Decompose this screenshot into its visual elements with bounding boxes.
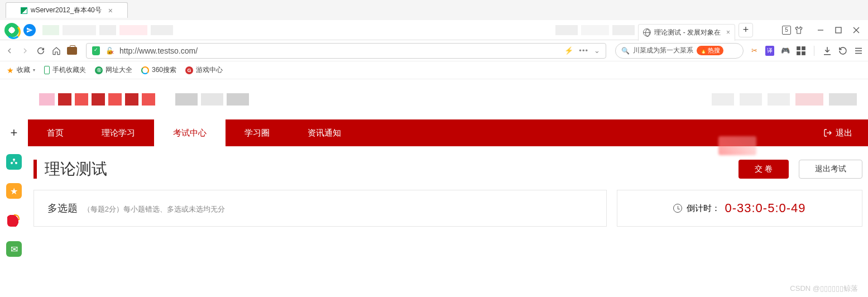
window-icon [21, 7, 27, 14]
censored-username [718, 136, 756, 155]
question-note: （每题2分）每小题错选、多选或未选均无分 [83, 205, 225, 213]
translate-icon[interactable]: 译 [765, 46, 775, 56]
minimize-button[interactable] [817, 26, 824, 34]
site-banner [28, 79, 868, 119]
dock-add-button[interactable]: + [6, 125, 22, 141]
undo-icon[interactable] [838, 46, 848, 56]
browser-top-bar: 理论测试 - 发展对象在 × + 5 [0, 20, 868, 40]
phone-icon [44, 66, 50, 74]
more-icon[interactable]: ••• [579, 46, 588, 55]
skin-icon[interactable] [794, 26, 803, 35]
search-suggest-box[interactable]: 🔍 川菜成为第一大菜系 🔥热搜 [615, 43, 744, 59]
censored-area-top-left [42, 25, 173, 35]
clock-icon [673, 204, 682, 213]
exit-exam-button[interactable]: 退出考试 [799, 160, 862, 179]
game-center-icon: G [185, 66, 193, 74]
timer-label: 倒计时： [687, 203, 720, 214]
reload-button[interactable] [36, 46, 46, 56]
page-title: 理论测试 [45, 159, 107, 180]
censored-text [175, 93, 249, 106]
menu-icon[interactable] [853, 46, 864, 56]
system-tab[interactable]: wServer2012_春本40号 × [6, 2, 128, 18]
game-icon[interactable]: 🎮 [780, 46, 790, 56]
question-panel: 多选题 （每题2分）每小题错选、多选或未选均无分 [33, 190, 607, 227]
dock-weibo-icon[interactable] [6, 212, 22, 228]
new-tab-button[interactable]: + [738, 23, 753, 37]
shield-icon [92, 46, 100, 55]
logout-icon [823, 128, 832, 137]
svg-rect-7 [802, 51, 805, 55]
main-nav: 首页 理论学习 考试中心 学习圈 资讯通知 退出 [28, 119, 868, 146]
star-icon: ★ [7, 66, 14, 75]
hot-tag: 🔥热搜 [697, 46, 723, 55]
svg-rect-1 [836, 27, 841, 33]
dock-star-icon[interactable]: ★ [6, 183, 22, 199]
url-text: http://www.testso.com/ [119, 46, 559, 55]
system-tab-bar: wServer2012_春本40号 × [0, 0, 868, 20]
svg-rect-6 [797, 51, 800, 55]
tab-count-badge[interactable]: 5 [782, 26, 791, 35]
address-bar-row: 🔓✕ http://www.testso.com/ ⚡ ••• ⌄ 🔍 川菜成为… [0, 40, 868, 61]
browser-tab-title: 理论测试 - 发展对象在 [654, 28, 721, 37]
grid-icon[interactable] [796, 46, 806, 56]
question-type: 多选题 [47, 203, 78, 214]
censored-logo [39, 93, 155, 106]
dock-mail-icon[interactable]: ✉ [6, 241, 22, 257]
bolt-icon[interactable]: ⚡ [564, 46, 573, 55]
nav-exam-center[interactable]: 考试中心 [154, 119, 226, 146]
svg-rect-5 [802, 46, 805, 50]
favorites-button[interactable]: ★收藏▾ [7, 65, 35, 75]
home-button[interactable] [51, 46, 61, 56]
bookmark-sites[interactable]: ⦿网址大全 [95, 65, 132, 75]
browser-logo-icon[interactable] [4, 23, 19, 37]
timer-panel: 倒计时： 0-33:0-5:0-49 [617, 190, 862, 227]
forward-button[interactable] [20, 46, 30, 56]
submit-exam-button[interactable]: 交 卷 [738, 160, 789, 179]
censored-area-top-right [555, 25, 635, 35]
flame-icon: 🔥 [700, 47, 707, 54]
censored-banner-right [712, 93, 857, 106]
download-icon[interactable] [822, 46, 832, 56]
left-dock: + ★ ✉ [0, 79, 28, 257]
system-tab-title: wServer2012_春本40号 [31, 6, 102, 15]
insecure-lock-icon: 🔓✕ [105, 47, 114, 55]
maximize-button[interactable] [835, 26, 842, 34]
separator [814, 46, 814, 56]
chevron-down-icon[interactable]: ⌄ [594, 46, 600, 55]
back-button[interactable] [4, 46, 15, 56]
bookmark-360so[interactable]: 360搜索 [141, 65, 176, 75]
svg-point-11 [13, 159, 15, 161]
so360-icon [141, 66, 149, 74]
briefcase-icon[interactable] [67, 47, 77, 55]
search-suggest-text: 川菜成为第一大菜系 [633, 46, 693, 55]
title-accent-bar [33, 160, 37, 179]
address-bar[interactable]: 🔓✕ http://www.testso.com/ ⚡ ••• ⌄ [86, 43, 606, 59]
scissors-icon[interactable]: ✂ [749, 46, 759, 56]
bookmark-game[interactable]: G游戏中心 [185, 65, 223, 75]
close-window-button[interactable] [852, 26, 860, 34]
close-icon[interactable]: × [108, 6, 113, 15]
watermark: CSDN @▯▯▯▯▯▯鲸落 [790, 284, 858, 294]
dock-app-icon[interactable] [6, 154, 22, 170]
chevron-down-icon: ▾ [33, 68, 35, 73]
circle-icon: ⦿ [95, 66, 103, 74]
bookmarks-bar: ★收藏▾ 手机收藏夹 ⦿网址大全 360搜索 G游戏中心 [0, 61, 868, 79]
timer-value: 0-33:0-5:0-49 [725, 201, 805, 215]
nav-circle[interactable]: 学习圈 [226, 119, 289, 146]
close-icon[interactable]: × [726, 28, 730, 36]
logout-button[interactable]: 退出 [808, 128, 868, 138]
search-icon: 🔍 [621, 47, 630, 55]
send-icon[interactable] [23, 24, 36, 36]
bookmark-mobile[interactable]: 手机收藏夹 [44, 65, 86, 75]
globe-icon [643, 28, 651, 36]
nav-home[interactable]: 首页 [28, 119, 83, 146]
nav-study[interactable]: 理论学习 [83, 119, 154, 146]
browser-tab-active[interactable]: 理论测试 - 发展对象在 × [638, 24, 735, 41]
svg-rect-4 [797, 46, 800, 50]
nav-news[interactable]: 资讯通知 [289, 119, 360, 146]
